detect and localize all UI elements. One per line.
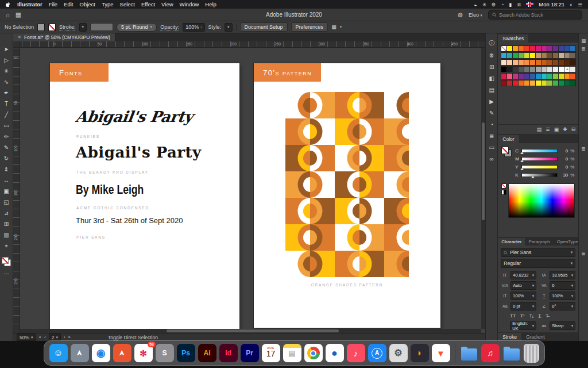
swatch-libraries-icon[interactable]: ▤ <box>537 126 542 132</box>
type-case-option[interactable]: T̶ <box>546 313 548 319</box>
gradient-panel-tab[interactable]: Gradient <box>521 333 550 341</box>
transform-panel-icon[interactable]: ⊞ <box>489 64 494 70</box>
color-swatch[interactable] <box>570 80 576 86</box>
character-panel-menu-icon[interactable]: ≣ <box>581 251 586 256</box>
channel-value[interactable]: 30 <box>560 172 568 178</box>
menu-file[interactable]: File <box>49 1 57 7</box>
preferences-button[interactable]: Preferences <box>291 22 328 32</box>
tab-paragraph[interactable]: Paragraph <box>525 238 553 246</box>
links-panel-icon[interactable]: ∞ <box>490 156 494 162</box>
channel-value[interactable]: 0 <box>560 148 568 154</box>
fill-swatch[interactable] <box>37 24 45 31</box>
type-case-option[interactable]: TT <box>510 313 516 319</box>
info-panel-icon[interactable]: ⓘ <box>489 39 494 47</box>
menu-illustrator[interactable]: Illustrator <box>17 1 42 7</box>
scale-tool[interactable]: ⇕ <box>0 164 13 175</box>
variable-width-select[interactable] <box>90 23 113 31</box>
type-case-option[interactable]: T¹ <box>520 313 525 319</box>
swatches-grid-view-icon[interactable]: ▦ <box>581 38 586 44</box>
kerning-field[interactable]: Auto▾ <box>510 281 536 290</box>
dock-folder-downloads[interactable] <box>502 344 521 362</box>
stroke-weight-select[interactable]: ▾ <box>79 23 87 32</box>
dock-photoshop[interactable]: Ps <box>177 344 195 362</box>
k-slider[interactable] <box>521 173 558 177</box>
horizontal-scrollbar[interactable] <box>20 329 481 333</box>
new-swatch-icon[interactable]: ✚ <box>563 126 567 132</box>
actions-panel-icon[interactable]: ▶ <box>489 98 494 105</box>
slider-thumb[interactable] <box>531 176 535 178</box>
previous-artboard-button[interactable]: ‹ <box>44 335 46 340</box>
dock-system-preferences[interactable]: ⚙ <box>389 344 408 362</box>
color-panel-tab[interactable]: Color <box>498 135 519 143</box>
menu-window[interactable]: Window <box>180 1 199 7</box>
dock-brave[interactable]: ▼ <box>432 344 450 362</box>
ruler-origin[interactable] <box>13 41 20 48</box>
document-setup-button[interactable]: Document Setup <box>240 22 288 32</box>
slider-thumb[interactable] <box>520 168 524 170</box>
pencil-tool[interactable]: ✎ <box>0 142 13 153</box>
color-swatch[interactable] <box>570 45 576 52</box>
leading-field[interactable]: 18.9595▾ <box>550 271 575 279</box>
dock-notes[interactable]: ▤ <box>283 344 301 362</box>
dock-firefox[interactable]: ◗ <box>411 344 429 362</box>
fill-stroke-widget[interactable] <box>2 257 11 266</box>
font-style-select[interactable]: Regular▾ <box>501 259 575 268</box>
mesh-tool[interactable]: ⊞ <box>0 218 13 229</box>
slider-thumb[interactable] <box>520 152 524 154</box>
artboards-panel-icon[interactable]: ▭ <box>489 144 494 151</box>
color-swatch[interactable] <box>570 73 576 79</box>
channel-value[interactable]: 0 <box>560 156 568 162</box>
menu-view[interactable]: View <box>161 1 173 7</box>
dock-blue-globe-app[interactable]: ● <box>326 344 344 362</box>
type-tool[interactable]: T <box>0 98 13 109</box>
dock-chrome[interactable] <box>304 344 323 362</box>
c-slider[interactable] <box>521 149 558 153</box>
color-spectrum[interactable] <box>508 183 575 218</box>
stroke-swatch[interactable] <box>48 24 56 31</box>
language-select[interactable]: English: UK▾ <box>510 321 536 330</box>
line-tool[interactable]: ╱ <box>0 109 13 120</box>
new-color-group-icon[interactable]: ▣ <box>554 126 559 132</box>
layers-panel-icon[interactable]: ≣ <box>489 133 494 139</box>
keyboard-brightness-icon[interactable]: ✳ <box>482 2 486 7</box>
canvas[interactable]: Fonts Abigail's PartyFunkiesAbigail's Pa… <box>20 48 485 333</box>
dock-premiere[interactable]: Pr <box>241 344 259 362</box>
stroke-link[interactable]: Stroke: <box>59 24 76 30</box>
swatches-list-view-icon[interactable]: ≣ <box>581 46 586 52</box>
rectangle-tool[interactable]: ▭ <box>0 120 13 131</box>
perspective-grid-tool[interactable]: ⊿ <box>0 208 13 218</box>
edit-toolbar-icon[interactable]: ⋯ <box>4 271 9 277</box>
slider-thumb[interactable] <box>520 160 524 162</box>
next-artboard-button[interactable]: › <box>64 335 65 340</box>
character-rotation-field[interactable]: 0°▾ <box>550 302 575 310</box>
menu-object[interactable]: Object <box>80 1 95 7</box>
color-panel-menu-icon[interactable]: ≣ <box>581 146 586 152</box>
gradient-tool[interactable]: ▥ <box>0 229 13 240</box>
color-swatch[interactable] <box>570 66 576 72</box>
artboard-pattern[interactable]: 70's pattern Orange Shades Pattern <box>254 63 440 328</box>
font-family-select[interactable]: Pier Sans▾ <box>501 248 575 257</box>
baseline-shift-field[interactable]: 0 pt▾ <box>510 302 536 310</box>
black-white-chip[interactable] <box>501 190 506 195</box>
pen-tool[interactable]: ✒ <box>0 87 13 98</box>
style-select[interactable]: ▾ <box>225 23 233 32</box>
none-color-chip[interactable] <box>501 183 506 189</box>
swatch-registration[interactable] <box>564 66 570 72</box>
menu-edit[interactable]: Edit <box>64 1 73 7</box>
tab-opentype[interactable]: OpenType <box>554 238 582 246</box>
dock-sketch[interactable]: S <box>156 344 174 362</box>
close-tab-icon[interactable]: ✕ <box>18 35 21 40</box>
display-icon[interactable]: ◒ <box>474 2 477 7</box>
menu-type[interactable]: Type <box>102 1 114 7</box>
last-artboard-button[interactable]: » <box>68 335 71 340</box>
width-tool[interactable]: ↔ <box>0 175 13 186</box>
stroke-panel-tab[interactable]: Stroke <box>498 333 521 341</box>
type-case-option[interactable]: T̲ <box>538 313 541 319</box>
opacity-link[interactable]: Opacity: <box>160 24 179 30</box>
rotate-tool[interactable]: ↻ <box>0 153 13 164</box>
opacity-field[interactable]: 100%› <box>183 23 204 32</box>
dock-illustrator[interactable]: Ai <box>198 344 216 362</box>
workspace-switcher[interactable]: Eleo ▾ <box>469 12 482 18</box>
delete-swatch-icon[interactable]: ⊟ <box>571 126 576 132</box>
vertical-scale-field[interactable]: 100%▾ <box>550 292 575 300</box>
